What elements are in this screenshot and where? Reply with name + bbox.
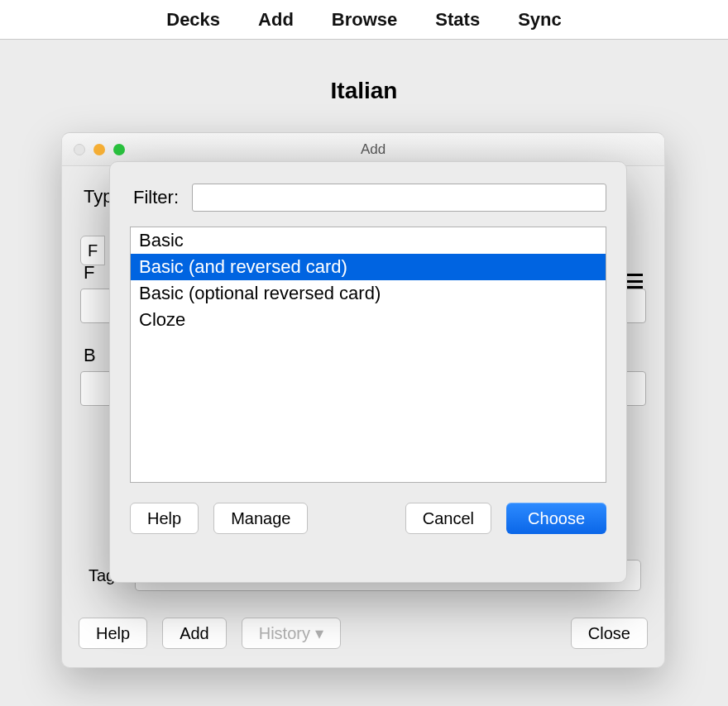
filter-input[interactable]: [192, 184, 606, 212]
close-button[interactable]: Close: [571, 618, 648, 649]
traffic-close-icon[interactable]: [74, 144, 85, 155]
menu-stats[interactable]: Stats: [435, 9, 480, 31]
traffic-minimize-icon[interactable]: [93, 144, 105, 155]
menu-add[interactable]: Add: [258, 9, 294, 31]
choose-button[interactable]: Choose: [506, 503, 606, 534]
note-type-list[interactable]: Basic Basic (and reversed card) Basic (o…: [130, 227, 606, 483]
menu-decks[interactable]: Decks: [166, 9, 220, 31]
menu-browse[interactable]: Browse: [332, 9, 397, 31]
cancel-button[interactable]: Cancel: [405, 503, 491, 534]
note-type-chooser: Filter: Basic Basic (and reversed card) …: [109, 161, 627, 583]
help-button[interactable]: Help: [79, 618, 147, 649]
menu-sync[interactable]: Sync: [518, 9, 562, 31]
deck-title: Italian: [0, 40, 728, 129]
add-card-button[interactable]: Add: [162, 618, 227, 649]
history-button[interactable]: History ▾: [242, 618, 341, 649]
chooser-help-button[interactable]: Help: [130, 503, 199, 534]
add-window-title: Add: [125, 141, 621, 158]
main-menubar: Decks Add Browse Stats Sync: [0, 0, 728, 40]
list-item[interactable]: Basic (optional reversed card): [131, 280, 606, 307]
traffic-zoom-icon[interactable]: [113, 144, 125, 155]
list-item[interactable]: Basic: [131, 227, 606, 254]
fields-button[interactable]: F: [80, 236, 105, 265]
list-item[interactable]: Cloze: [131, 307, 606, 333]
filter-label: Filter:: [133, 187, 179, 208]
manage-button[interactable]: Manage: [213, 503, 308, 534]
list-item[interactable]: Basic (and reversed card): [131, 254, 606, 280]
